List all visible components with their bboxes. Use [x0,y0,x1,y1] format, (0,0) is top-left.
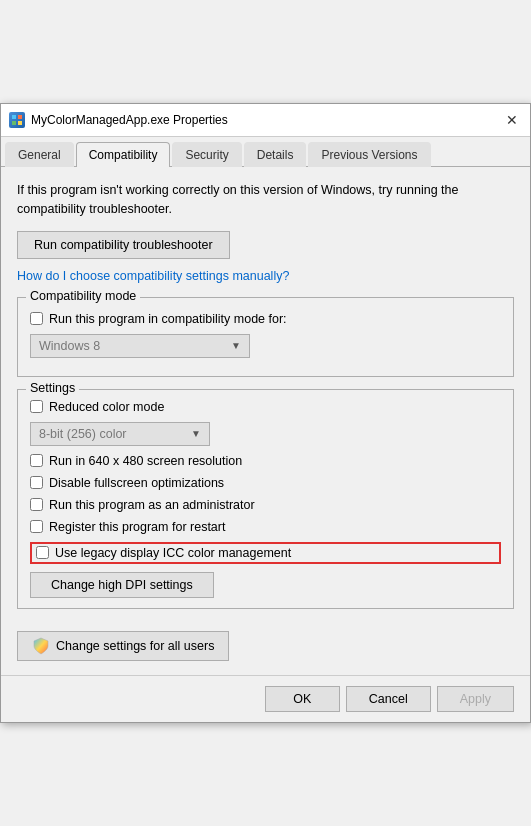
compat-mode-dropdown[interactable]: Windows 8 ▼ [30,334,250,358]
close-button[interactable]: ✕ [502,110,522,130]
svg-rect-2 [12,121,16,125]
tab-previous-versions[interactable]: Previous Versions [308,142,430,167]
info-text: If this program isn't working correctly … [17,181,514,219]
chevron-down-icon: ▼ [231,340,241,351]
app-icon [9,112,25,128]
cancel-button[interactable]: Cancel [346,686,431,712]
run-troubleshooter-button[interactable]: Run compatibility troubleshooter [17,231,230,259]
settings-group: Settings Reduced color mode 8-bit (256) … [17,389,514,609]
svg-rect-0 [12,115,16,119]
tab-security[interactable]: Security [172,142,241,167]
color-depth-dropdown[interactable]: 8-bit (256) color ▼ [30,422,210,446]
settings-group-label: Settings [26,381,79,395]
window-title: MyColorManagedApp.exe Properties [31,113,228,127]
admin-label: Run this program as an administrator [49,498,255,512]
tab-compatibility[interactable]: Compatibility [76,142,171,167]
reduced-color-row: Reduced color mode [30,400,501,414]
register-restart-checkbox[interactable] [30,520,43,533]
high-dpi-button[interactable]: Change high DPI settings [30,572,214,598]
svg-rect-1 [18,115,22,119]
640x480-label: Run in 640 x 480 screen resolution [49,454,242,468]
legacy-icc-checkbox[interactable] [36,546,49,559]
title-bar: MyColorManagedApp.exe Properties ✕ [1,104,530,137]
compat-mode-checkbox[interactable] [30,312,43,325]
tab-details[interactable]: Details [244,142,307,167]
change-settings-label: Change settings for all users [56,639,214,653]
640x480-row: Run in 640 x 480 screen resolution [30,454,501,468]
properties-window: MyColorManagedApp.exe Properties ✕ Gener… [0,103,531,723]
reduced-color-label: Reduced color mode [49,400,164,414]
compat-mode-checkbox-row: Run this program in compatibility mode f… [30,312,501,326]
title-bar-left: MyColorManagedApp.exe Properties [9,112,228,128]
color-depth-value: 8-bit (256) color [39,427,127,441]
legacy-icc-row: Use legacy display ICC color management [30,542,501,564]
legacy-icc-label: Use legacy display ICC color management [55,546,291,560]
disable-fullscreen-row: Disable fullscreen optimizations [30,476,501,490]
640x480-checkbox[interactable] [30,454,43,467]
tab-content: If this program isn't working correctly … [1,167,530,675]
compatibility-settings-link[interactable]: How do I choose compatibility settings m… [17,269,514,283]
shield-icon [32,637,50,655]
tab-bar: General Compatibility Security Details P… [1,137,530,167]
bottom-button-bar: OK Cancel Apply [1,675,530,722]
admin-row: Run this program as an administrator [30,498,501,512]
reduced-color-checkbox[interactable] [30,400,43,413]
svg-rect-3 [18,121,22,125]
ok-button[interactable]: OK [265,686,340,712]
change-settings-button[interactable]: Change settings for all users [17,631,229,661]
compatibility-group-label: Compatibility mode [26,289,140,303]
chevron-down-icon: ▼ [191,428,201,439]
admin-checkbox[interactable] [30,498,43,511]
disable-fullscreen-checkbox[interactable] [30,476,43,489]
compat-mode-label: Run this program in compatibility mode f… [49,312,287,326]
compatibility-mode-group: Compatibility mode Run this program in c… [17,297,514,377]
register-restart-row: Register this program for restart [30,520,501,534]
apply-button[interactable]: Apply [437,686,514,712]
compatibility-group-content: Run this program in compatibility mode f… [30,312,501,358]
tab-general[interactable]: General [5,142,74,167]
register-restart-label: Register this program for restart [49,520,225,534]
compat-dropdown-value: Windows 8 [39,339,100,353]
disable-fullscreen-label: Disable fullscreen optimizations [49,476,224,490]
